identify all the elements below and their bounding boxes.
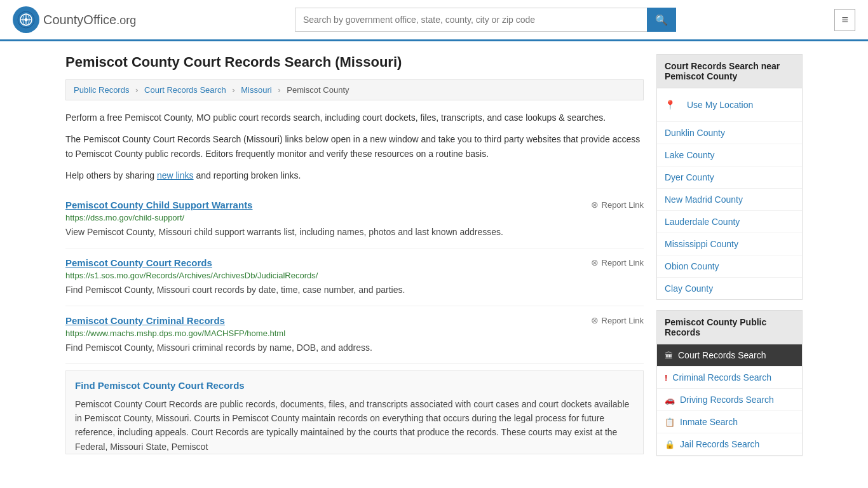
sidebar-nearby-header: Court Records Search near Pemiscot Count… xyxy=(657,55,802,88)
sidebar-nearby-new-madrid[interactable]: New Madrid County xyxy=(657,189,802,211)
intro-paragraph-3: Help others by sharing new links and rep… xyxy=(65,168,644,182)
report-link-0[interactable]: ⊗ Report Link xyxy=(591,200,644,210)
court-records-icon: 🏛 xyxy=(665,351,673,360)
result-item-2: Pemiscot County Criminal Records ⊗ Repor… xyxy=(65,306,644,364)
logo-area: CountyOffice.org xyxy=(13,6,136,33)
report-icon-2: ⊗ xyxy=(591,315,599,325)
result-item-1-header: Pemiscot County Court Records ⊗ Report L… xyxy=(65,257,644,268)
report-icon-0: ⊗ xyxy=(591,200,599,210)
logo-text[interactable]: CountyOffice.org xyxy=(43,13,136,27)
result-desc-1: Find Pemiscot County, Missouri court rec… xyxy=(65,283,644,297)
header: CountyOffice.org 🔍 ≡ xyxy=(0,0,868,41)
location-pin-icon: 📍 xyxy=(665,100,675,110)
sidebar-nearby-dyer[interactable]: Dyer County xyxy=(657,166,802,189)
jail-records-icon: 🔒 xyxy=(665,440,675,449)
result-title-1[interactable]: Pemiscot County Court Records xyxy=(65,257,212,268)
breadcrumb: Public Records › Court Records Search › … xyxy=(65,79,644,100)
result-item-0-header: Pemiscot County Child Support Warrants ⊗… xyxy=(65,200,644,210)
intro-paragraph-2: The Pemiscot County Court Records Search… xyxy=(65,132,644,161)
sidebar-menu-jail-records[interactable]: 🔒 Jail Records Search xyxy=(657,433,802,456)
page-title: Pemiscot County Court Records Search (Mi… xyxy=(65,54,644,71)
new-links-link[interactable]: new links xyxy=(157,170,194,180)
main-container: Pemiscot County Court Records Search (Mi… xyxy=(53,41,815,479)
breadcrumb-sep-1: › xyxy=(135,85,138,95)
sidebar-nearby-lauderdale[interactable]: Lauderdale County xyxy=(657,211,802,233)
search-button[interactable]: 🔍 xyxy=(647,8,676,32)
new-madrid-county-link[interactable]: New Madrid County xyxy=(657,189,802,210)
sidebar-menu-driving-records[interactable]: 🚗 Driving Records Search xyxy=(657,389,802,411)
result-title-0[interactable]: Pemiscot County Child Support Warrants xyxy=(65,200,252,210)
sidebar-nearby-list: 📍 Use My Location Dunklin County Lake Co… xyxy=(657,88,802,299)
lake-county-link[interactable]: Lake County xyxy=(657,144,802,166)
report-link-2[interactable]: ⊗ Report Link xyxy=(591,315,644,325)
breadcrumb-current: Pemiscot County xyxy=(287,85,349,95)
intro-paragraph-1: Perform a free Pemiscot County, MO publi… xyxy=(65,111,644,125)
sidebar-nearby-lake[interactable]: Lake County xyxy=(657,144,802,166)
results-list: Pemiscot County Child Support Warrants ⊗… xyxy=(65,191,644,364)
sidebar-location-item[interactable]: 📍 Use My Location xyxy=(657,88,802,122)
content-area: Pemiscot County Court Records Search (Mi… xyxy=(65,54,644,466)
find-section: Find Pemiscot County Court Records Pemis… xyxy=(65,370,644,455)
dyer-county-link[interactable]: Dyer County xyxy=(657,166,802,188)
dunklin-county-link[interactable]: Dunklin County xyxy=(657,122,802,144)
use-my-location[interactable]: 📍 Use My Location xyxy=(657,88,802,121)
result-url-0: https://dss.mo.gov/child-support/ xyxy=(65,213,644,222)
sidebar-public-records-section: Pemiscot County Public Records 🏛 Court R… xyxy=(656,310,803,456)
sidebar-menu-inmate-search[interactable]: 📋 Inmate Search xyxy=(657,411,802,433)
hamburger-menu-button[interactable]: ≡ xyxy=(834,9,855,31)
sidebar-menu-criminal-records[interactable]: ! Criminal Records Search xyxy=(657,367,802,389)
obion-county-link[interactable]: Obion County xyxy=(657,255,802,277)
report-link-1[interactable]: ⊗ Report Link xyxy=(591,257,644,268)
find-section-title: Find Pemiscot County Court Records xyxy=(75,380,634,391)
result-url-1: https://s1.sos.mo.gov/Records/Archives/A… xyxy=(65,271,644,280)
sidebar-nearby-mississippi[interactable]: Mississippi County xyxy=(657,233,802,255)
breadcrumb-court-records[interactable]: Court Records Search xyxy=(144,85,226,95)
lauderdale-county-link[interactable]: Lauderdale County xyxy=(657,211,802,233)
result-desc-2: Find Pemiscot County, Missouri criminal … xyxy=(65,341,644,355)
sidebar-nearby-obion[interactable]: Obion County xyxy=(657,255,802,278)
result-title-2[interactable]: Pemiscot County Criminal Records xyxy=(65,315,225,326)
breadcrumb-public-records[interactable]: Public Records xyxy=(74,85,129,95)
find-section-text: Pemiscot County Court Records are public… xyxy=(75,397,634,454)
sidebar: Court Records Search near Pemiscot Count… xyxy=(656,54,803,466)
breadcrumb-sep-3: › xyxy=(278,85,280,95)
logo-icon xyxy=(13,6,39,33)
sidebar-menu-list: 🏛 Court Records Search ! Criminal Record… xyxy=(657,344,802,456)
search-input[interactable] xyxy=(295,8,647,32)
inmate-search-icon: 📋 xyxy=(665,417,675,427)
criminal-records-icon: ! xyxy=(665,373,667,383)
sidebar-public-records-header: Pemiscot County Public Records xyxy=(657,311,802,344)
clay-county-link[interactable]: Clay County xyxy=(657,278,802,299)
result-url-2: https://www.machs.mshp.dps.mo.gov/MACHSF… xyxy=(65,329,644,338)
driving-records-icon: 🚗 xyxy=(665,395,675,405)
mississippi-county-link[interactable]: Mississippi County xyxy=(657,233,802,255)
search-area: 🔍 xyxy=(295,8,676,32)
report-icon-1: ⊗ xyxy=(591,257,599,268)
sidebar-nearby-section: Court Records Search near Pemiscot Count… xyxy=(656,54,803,300)
sidebar-nearby-dunklin[interactable]: Dunklin County xyxy=(657,122,802,144)
result-item-2-header: Pemiscot County Criminal Records ⊗ Repor… xyxy=(65,315,644,326)
result-desc-0: View Pemiscot County, Missouri child sup… xyxy=(65,226,644,239)
svg-point-5 xyxy=(25,18,28,22)
result-item-0: Pemiscot County Child Support Warrants ⊗… xyxy=(65,191,644,248)
breadcrumb-missouri[interactable]: Missouri xyxy=(241,85,271,95)
result-item-1: Pemiscot County Court Records ⊗ Report L… xyxy=(65,248,644,306)
breadcrumb-sep-2: › xyxy=(232,85,234,95)
sidebar-menu-court-records[interactable]: 🏛 Court Records Search xyxy=(657,344,802,367)
sidebar-nearby-clay[interactable]: Clay County xyxy=(657,278,802,299)
